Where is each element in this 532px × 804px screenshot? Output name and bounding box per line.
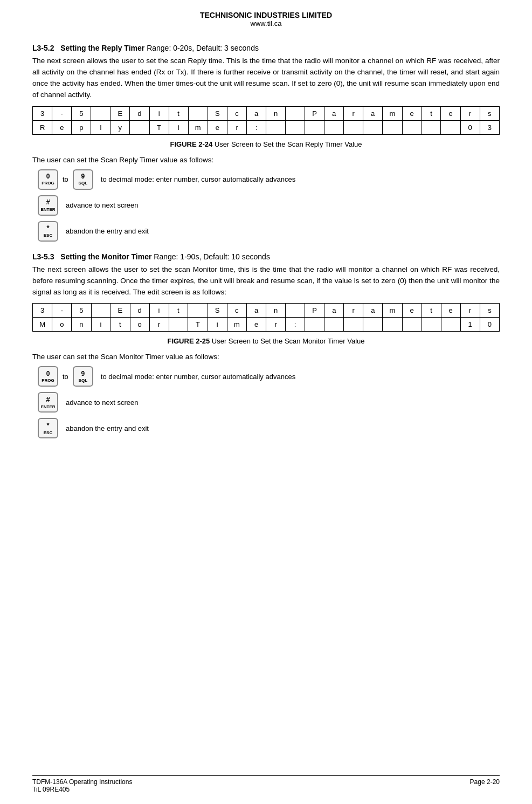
grid-cell: m — [383, 304, 402, 318]
page-header: TECHNISONIC INDUSTRIES LIMITED www.til.c… — [32, 11, 500, 28]
key-9-sql: 9SQL — [73, 169, 93, 190]
grid-cell: r — [266, 318, 286, 332]
grid-cell: e — [402, 106, 422, 120]
grid-cell: i — [149, 304, 169, 318]
section-1-range: Range: 0-20s, Default: 3 seconds — [147, 44, 259, 52]
grid-cell — [91, 106, 110, 120]
figure-2-24-desc: User Screen to Set the Scan Reply Timer … — [215, 140, 362, 148]
grid-cell: m — [383, 106, 402, 120]
grid-cell — [91, 304, 110, 318]
grid-cell: r — [149, 318, 169, 332]
grid-cell: i — [149, 106, 169, 120]
key-hash-enter-2: #ENTER — [38, 392, 58, 413]
usage-desc-5: advance to next screen — [66, 398, 138, 407]
grid-cell: n — [72, 318, 91, 332]
section-1-body: The next screen allows the user to set t… — [32, 56, 500, 101]
key-hash-enter: #ENTER — [38, 195, 58, 216]
section-l3-5-2: L3-5.2 Setting the Reply Timer Range: 0-… — [32, 44, 500, 242]
key-to-1: to — [63, 175, 68, 183]
usage-item-1: 0PROG to 9SQL to decimal mode: enter num… — [38, 169, 500, 190]
usage-desc-2: advance to next screen — [66, 201, 138, 209]
grid-cell: d — [130, 304, 149, 318]
figure-2-25-caption: FIGURE 2-25 User Screen to Set the Scan … — [32, 337, 500, 345]
grid-cell: i — [208, 318, 227, 332]
company-name: TECHNISONIC INDUSTRIES LIMITED — [32, 11, 500, 19]
grid-cell: y — [110, 120, 130, 134]
grid-cell: n — [266, 106, 286, 120]
grid-cell: P — [305, 304, 324, 318]
grid-cell — [188, 304, 208, 318]
grid-cell: m — [188, 120, 208, 134]
key-star-esc-2: *ESC — [38, 418, 58, 438]
grid-cell: i — [169, 120, 188, 134]
grid-cell — [383, 120, 402, 134]
section-2-label: L3-5.3 Setting the Monitor Timer — [32, 252, 151, 261]
grid-cell — [422, 120, 441, 134]
grid-cell — [344, 318, 363, 332]
grid-cell: r — [460, 106, 480, 120]
grid-cell: t — [169, 106, 188, 120]
figure-2-25-desc: User Screen to Set the Scan Monitor Time… — [212, 337, 365, 345]
section-1-usage-intro: The user can set the Scan Reply Timer va… — [32, 156, 500, 164]
grid-cell: m — [227, 318, 246, 332]
grid-cell: 3 — [480, 120, 499, 134]
figure-2-25-grid: 3-5EditScanParametersMonitorTimer:10 — [32, 303, 500, 332]
section-l3-5-3: L3-5.3 Setting the Monitor Timer Range: … — [32, 252, 500, 439]
grid-cell: r — [227, 120, 247, 134]
grid-cell: a — [363, 106, 383, 120]
grid-cell — [363, 318, 383, 332]
grid-cell: o — [52, 318, 72, 332]
grid-cell — [324, 120, 344, 134]
grid-cell: r — [460, 304, 480, 318]
grid-cell — [402, 318, 422, 332]
figure-2-24-grid: 3-5EditScanParametersReplyTimer:03 — [32, 106, 500, 135]
grid-cell: 3 — [33, 304, 52, 318]
grid-cell: t — [422, 106, 441, 120]
grid-cell: e — [441, 304, 460, 318]
grid-cell: c — [227, 304, 246, 318]
grid-cell — [363, 120, 383, 134]
grid-cell — [286, 120, 305, 134]
grid-cell: a — [363, 304, 383, 318]
grid-cell: t — [169, 304, 188, 318]
footer-page-number: Page 2-20 — [470, 778, 500, 793]
grid-cell: p — [72, 120, 91, 134]
grid-cell — [422, 318, 441, 332]
grid-cell — [402, 120, 422, 134]
grid-cell — [344, 120, 363, 134]
grid-cell: 3 — [33, 106, 52, 120]
section-1-label: L3-5.2 Setting the Reply Timer — [32, 44, 144, 52]
grid-cell: - — [52, 106, 72, 120]
grid-cell: o — [130, 318, 149, 332]
grid-cell: : — [247, 120, 266, 134]
grid-cell — [130, 120, 149, 134]
section-1-usage-list: 0PROG to 9SQL to decimal mode: enter num… — [38, 169, 500, 242]
grid-cell: T — [149, 120, 169, 134]
usage-item-6: *ESC abandon the entry and exit — [38, 418, 500, 438]
grid-cell — [188, 106, 208, 120]
grid-cell — [286, 304, 305, 318]
figure-2-24-caption: FIGURE 2-24 User Screen to Set the Scan … — [32, 140, 500, 148]
grid-cell: s — [480, 304, 499, 318]
grid-cell: a — [247, 304, 266, 318]
usage-desc-1: to decimal mode: enter number, cursor au… — [101, 175, 295, 183]
grid-cell: i — [91, 318, 110, 332]
grid-cell — [324, 318, 344, 332]
website-url: www.til.ca — [32, 19, 500, 28]
usage-item-4: 0PROG to 9SQL to decimal mode: enter num… — [38, 366, 500, 387]
footer-doc-info: TDFM-136A Operating Instructions TiL 09R… — [32, 778, 132, 793]
grid-cell: e — [208, 120, 227, 134]
grid-cell: a — [324, 304, 344, 318]
grid-cell: d — [130, 106, 149, 120]
usage-item-3: *ESC abandon the entry and exit — [38, 221, 500, 242]
usage-desc-4: to decimal mode: enter number, cursor au… — [101, 373, 295, 381]
section-2-usage-list: 0PROG to 9SQL to decimal mode: enter num… — [38, 366, 500, 438]
grid-cell: e — [247, 318, 266, 332]
section-1-heading: L3-5.2 Setting the Reply Timer Range: 0-… — [32, 44, 500, 52]
grid-cell: e — [52, 120, 72, 134]
key-9-sql-2: 9SQL — [73, 366, 93, 387]
grid-cell: 5 — [72, 106, 91, 120]
grid-cell: s — [480, 106, 499, 120]
grid-cell: t — [422, 304, 441, 318]
grid-cell: - — [52, 304, 72, 318]
